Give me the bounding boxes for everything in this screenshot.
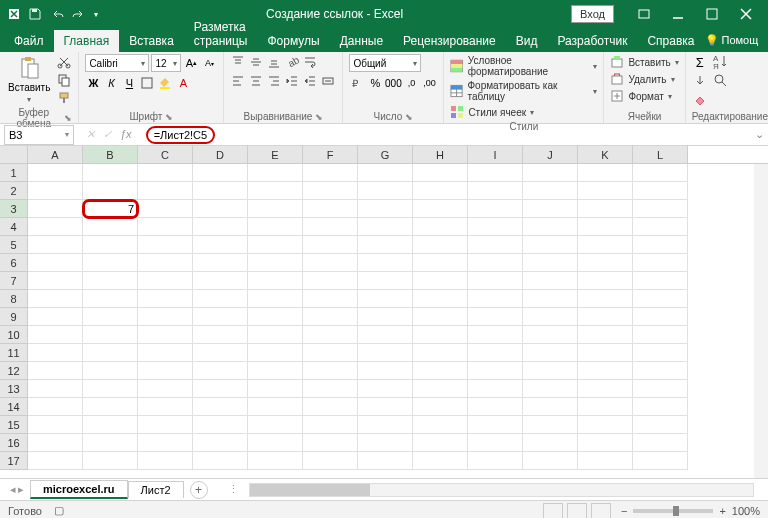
row-header[interactable]: 7 bbox=[0, 272, 28, 290]
cell[interactable] bbox=[358, 308, 413, 326]
cell[interactable] bbox=[468, 308, 523, 326]
cell[interactable] bbox=[28, 380, 83, 398]
cell[interactable] bbox=[28, 344, 83, 362]
cell[interactable] bbox=[468, 362, 523, 380]
cell[interactable] bbox=[358, 236, 413, 254]
cell[interactable] bbox=[138, 254, 193, 272]
cell[interactable] bbox=[83, 362, 138, 380]
cell[interactable] bbox=[83, 416, 138, 434]
tab-help[interactable]: Справка bbox=[637, 30, 704, 52]
cell[interactable] bbox=[28, 218, 83, 236]
cell[interactable] bbox=[28, 236, 83, 254]
cell[interactable] bbox=[633, 218, 688, 236]
align-top-icon[interactable] bbox=[230, 54, 246, 70]
delete-cells-button[interactable]: Удалить▾ bbox=[610, 71, 678, 87]
cell[interactable] bbox=[413, 164, 468, 182]
cell[interactable] bbox=[468, 398, 523, 416]
cell[interactable] bbox=[468, 434, 523, 452]
vertical-scrollbar[interactable] bbox=[754, 164, 768, 478]
tab-view[interactable]: Вид bbox=[506, 30, 548, 52]
cell[interactable] bbox=[468, 290, 523, 308]
cell[interactable] bbox=[138, 308, 193, 326]
view-page-break-icon[interactable] bbox=[591, 503, 611, 519]
cell[interactable] bbox=[83, 308, 138, 326]
cell-styles-button[interactable]: Стили ячеек▾ bbox=[450, 104, 597, 120]
sheet-tab[interactable]: microexcel.ru bbox=[30, 480, 128, 499]
cell[interactable] bbox=[523, 416, 578, 434]
cell[interactable] bbox=[413, 434, 468, 452]
cell[interactable] bbox=[303, 182, 358, 200]
cell[interactable] bbox=[358, 434, 413, 452]
accounting-icon[interactable]: ₽ bbox=[349, 75, 365, 91]
zoom-in-icon[interactable]: + bbox=[719, 505, 725, 517]
cell[interactable] bbox=[303, 200, 358, 218]
cell[interactable] bbox=[138, 362, 193, 380]
cell[interactable] bbox=[248, 182, 303, 200]
cell[interactable] bbox=[83, 236, 138, 254]
cell[interactable] bbox=[248, 362, 303, 380]
cell[interactable] bbox=[28, 452, 83, 470]
column-header[interactable]: F bbox=[303, 146, 358, 163]
cell[interactable] bbox=[193, 254, 248, 272]
cell[interactable] bbox=[633, 254, 688, 272]
cell[interactable] bbox=[633, 380, 688, 398]
row-header[interactable]: 13 bbox=[0, 380, 28, 398]
cell[interactable] bbox=[578, 200, 633, 218]
cell[interactable] bbox=[303, 380, 358, 398]
cell[interactable] bbox=[413, 254, 468, 272]
cell[interactable] bbox=[468, 416, 523, 434]
cell[interactable] bbox=[28, 290, 83, 308]
dialog-launcher-icon[interactable]: ⬊ bbox=[64, 113, 72, 123]
cell[interactable] bbox=[523, 308, 578, 326]
cell[interactable] bbox=[193, 434, 248, 452]
tab-developer[interactable]: Разработчик bbox=[547, 30, 637, 52]
align-bottom-icon[interactable] bbox=[266, 54, 282, 70]
cell[interactable] bbox=[578, 344, 633, 362]
cell[interactable] bbox=[413, 452, 468, 470]
column-header[interactable]: G bbox=[358, 146, 413, 163]
cell[interactable] bbox=[303, 398, 358, 416]
cell[interactable] bbox=[248, 164, 303, 182]
cell[interactable] bbox=[248, 218, 303, 236]
cell[interactable] bbox=[358, 272, 413, 290]
add-sheet-button[interactable]: + bbox=[190, 481, 208, 499]
column-header[interactable]: A bbox=[28, 146, 83, 163]
cell[interactable] bbox=[413, 326, 468, 344]
macro-record-icon[interactable]: ▢ bbox=[54, 504, 64, 517]
cell[interactable] bbox=[193, 218, 248, 236]
cell[interactable] bbox=[28, 434, 83, 452]
cell[interactable] bbox=[193, 416, 248, 434]
cell[interactable] bbox=[28, 164, 83, 182]
format-cells-button[interactable]: Формат▾ bbox=[610, 88, 678, 104]
cell[interactable] bbox=[633, 398, 688, 416]
cell[interactable] bbox=[578, 182, 633, 200]
cell[interactable] bbox=[358, 182, 413, 200]
undo-icon[interactable] bbox=[50, 7, 64, 21]
cell[interactable] bbox=[28, 416, 83, 434]
cell[interactable] bbox=[303, 290, 358, 308]
horizontal-scrollbar[interactable] bbox=[249, 483, 754, 497]
cell[interactable] bbox=[248, 200, 303, 218]
cell[interactable] bbox=[248, 344, 303, 362]
cell[interactable] bbox=[303, 344, 358, 362]
cell[interactable] bbox=[413, 308, 468, 326]
sheet-tab[interactable]: Лист2 bbox=[128, 481, 184, 498]
cell[interactable] bbox=[303, 416, 358, 434]
cell[interactable] bbox=[138, 272, 193, 290]
minimize-icon[interactable] bbox=[662, 3, 694, 25]
column-header[interactable]: H bbox=[413, 146, 468, 163]
cell[interactable] bbox=[523, 344, 578, 362]
cell[interactable] bbox=[303, 326, 358, 344]
cell[interactable] bbox=[413, 344, 468, 362]
cell[interactable] bbox=[83, 380, 138, 398]
comma-icon[interactable]: 000 bbox=[385, 75, 401, 91]
cell[interactable] bbox=[523, 290, 578, 308]
cell[interactable] bbox=[193, 200, 248, 218]
cell[interactable] bbox=[633, 290, 688, 308]
cell[interactable] bbox=[303, 164, 358, 182]
cell[interactable] bbox=[193, 326, 248, 344]
cell[interactable] bbox=[358, 452, 413, 470]
cell[interactable] bbox=[468, 380, 523, 398]
cell[interactable] bbox=[303, 362, 358, 380]
cell[interactable] bbox=[138, 218, 193, 236]
